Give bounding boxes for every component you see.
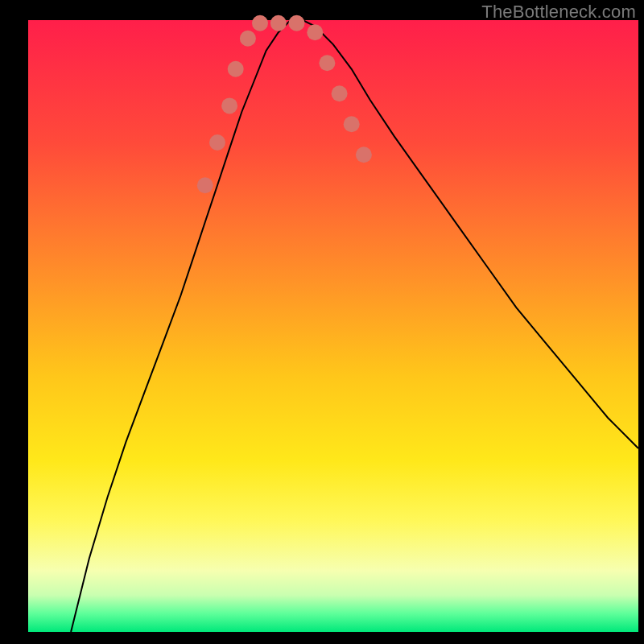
marker-point <box>270 15 287 31</box>
marker-point <box>228 61 244 77</box>
watermark-text: TheBottleneck.com <box>481 2 636 23</box>
marker-point <box>209 134 225 151</box>
marker-point <box>332 85 348 101</box>
gradient-background <box>28 20 638 632</box>
marker-point <box>197 177 213 193</box>
marker-point <box>319 55 335 71</box>
marker-point <box>356 147 372 163</box>
marker-point <box>240 31 256 47</box>
marker-point <box>252 15 268 31</box>
marker-point <box>307 24 323 40</box>
marker-point <box>344 116 360 132</box>
chart-frame: TheBottleneck.com <box>0 0 644 644</box>
marker-point <box>221 97 237 114</box>
marker-point <box>289 15 305 31</box>
bottleneck-chart <box>0 0 644 644</box>
